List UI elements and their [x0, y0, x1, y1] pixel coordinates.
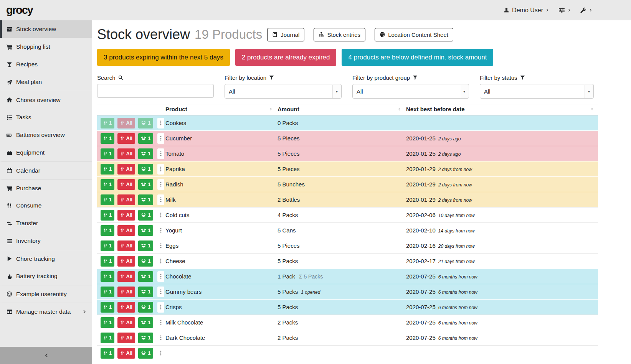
sidebar-item-recipes[interactable]: Recipes	[0, 56, 92, 73]
journal-button[interactable]: Journal	[267, 28, 304, 41]
product-group-filter-select[interactable]: All ▾	[352, 84, 469, 99]
consume-all-button[interactable]: All	[117, 317, 135, 328]
row-menu-button[interactable]	[157, 148, 164, 159]
row-menu-button[interactable]	[157, 317, 164, 328]
search-input[interactable]	[97, 84, 214, 98]
location-content-sheet-button[interactable]: Location Content Sheet	[375, 28, 453, 41]
open-one-button[interactable]: 1	[138, 240, 153, 251]
row-menu-button[interactable]	[157, 210, 164, 221]
row-menu-button[interactable]	[157, 133, 164, 144]
location-filter-select[interactable]: All ▾	[225, 84, 342, 99]
sidebar-item-equipment[interactable]: Equipment	[0, 144, 92, 161]
open-one-button[interactable]: 1	[138, 148, 153, 159]
consume-all-button[interactable]: All	[117, 271, 135, 282]
sidebar-item-tasks[interactable]: Tasks	[0, 109, 92, 126]
row-menu-button[interactable]	[157, 118, 164, 128]
consume-one-button[interactable]: 1	[101, 133, 114, 144]
consume-one-button[interactable]: 1	[101, 317, 114, 328]
open-one-button[interactable]: 1	[138, 194, 153, 205]
consume-all-button[interactable]: All	[117, 133, 135, 144]
row-menu-button[interactable]	[157, 225, 164, 236]
consume-all-button[interactable]: All	[117, 256, 135, 267]
expiring-products-alert[interactable]: 3 products expiring within the next 5 da…	[97, 49, 230, 66]
sidebar-item-consume[interactable]: Consume	[0, 197, 92, 214]
open-one-button[interactable]: 1	[138, 333, 153, 343]
row-menu-button[interactable]	[157, 256, 164, 267]
row-menu-button[interactable]	[157, 348, 164, 359]
consume-one-button[interactable]: 1	[101, 333, 114, 343]
stock-entries-button[interactable]: Stock entries	[314, 28, 365, 41]
row-menu-button[interactable]	[157, 271, 164, 282]
consume-one-button[interactable]: 1	[101, 179, 114, 190]
consume-one-button[interactable]: 1	[101, 302, 114, 313]
row-menu-button[interactable]	[157, 240, 164, 251]
open-one-button[interactable]: 1	[138, 133, 153, 144]
open-one-button[interactable]: 1	[138, 210, 153, 221]
below-min-stock-alert[interactable]: 4 products are below defined min. stock …	[342, 49, 493, 66]
sidebar-item-manage-master-data[interactable]: Manage master data	[0, 303, 92, 320]
row-menu-button[interactable]	[157, 287, 164, 297]
expired-products-alert[interactable]: 2 products are already expired	[235, 49, 337, 66]
consume-all-button[interactable]: All	[117, 333, 135, 343]
consume-one-button[interactable]: 1	[101, 256, 114, 267]
sidebar-item-chores-overview[interactable]: Chores overview	[0, 91, 92, 109]
consume-one-button[interactable]: 1	[101, 148, 114, 159]
open-one-button[interactable]: 1	[138, 164, 153, 175]
open-one-button[interactable]: 1	[138, 225, 153, 236]
sidebar-item-calendar[interactable]: Calendar	[0, 161, 92, 179]
consume-one-button[interactable]: 1	[101, 287, 114, 297]
user-menu[interactable]: Demo User	[504, 7, 549, 14]
sidebar-item-example-userentity[interactable]: Example userentity	[0, 285, 92, 303]
sidebar-collapse-button[interactable]	[0, 347, 92, 364]
grocy-logo[interactable]: grocy	[6, 4, 33, 16]
open-one-button[interactable]: 1	[138, 271, 153, 282]
open-one-button[interactable]: 1	[138, 348, 153, 359]
open-one-button[interactable]: 1	[138, 118, 153, 128]
consume-one-button[interactable]: 1	[101, 225, 114, 236]
status-filter-select[interactable]: All ▾	[480, 84, 594, 99]
amount-column-header[interactable]: Amount	[277, 104, 405, 115]
row-menu-button[interactable]	[157, 194, 164, 205]
sidebar-item-stock-overview[interactable]: Stock overview	[0, 20, 92, 38]
consume-all-button[interactable]: All	[117, 302, 135, 313]
consume-one-button[interactable]: 1	[101, 348, 114, 359]
sidebar-item-batteries-overview[interactable]: Batteries overview	[0, 126, 92, 144]
consume-one-button[interactable]: 1	[101, 164, 114, 175]
admin-tools-menu[interactable]	[580, 7, 593, 13]
consume-all-button[interactable]: All	[117, 210, 135, 221]
printer-icon	[380, 32, 385, 37]
row-menu-button[interactable]	[157, 333, 164, 343]
sidebar-item-chore-tracking[interactable]: Chore tracking	[0, 250, 92, 267]
row-menu-button[interactable]	[157, 164, 164, 175]
consume-all-button[interactable]: All	[117, 148, 135, 159]
open-one-button[interactable]: 1	[138, 256, 153, 267]
consume-all-button[interactable]: All	[117, 287, 135, 297]
sidebar-item-meal-plan[interactable]: Meal plan	[0, 73, 92, 91]
consume-one-button[interactable]: 1	[101, 240, 114, 251]
open-one-button[interactable]: 1	[138, 317, 153, 328]
sidebar-item-purchase[interactable]: Purchase	[0, 179, 92, 197]
quick-settings-menu[interactable]	[558, 7, 571, 13]
sidebar-item-battery-tracking[interactable]: Battery tracking	[0, 267, 92, 285]
row-menu-button[interactable]	[157, 302, 164, 313]
consume-all-button[interactable]: All	[117, 348, 135, 359]
sidebar-item-transfer[interactable]: Transfer	[0, 214, 92, 232]
consume-all-button[interactable]: All	[117, 194, 135, 205]
open-one-button[interactable]: 1	[138, 287, 153, 297]
consume-one-button[interactable]: 1	[101, 271, 114, 282]
open-one-button[interactable]: 1	[138, 302, 153, 313]
consume-all-button[interactable]: All	[117, 118, 135, 128]
consume-one-button[interactable]: 1	[101, 210, 114, 221]
open-one-button[interactable]: 1	[138, 179, 153, 190]
product-column-header[interactable]: Product	[165, 104, 277, 115]
consume-all-button[interactable]: All	[117, 164, 135, 175]
sidebar-item-inventory[interactable]: Inventory	[0, 232, 92, 250]
consume-one-button[interactable]: 1	[101, 118, 114, 128]
consume-all-button[interactable]: All	[117, 240, 135, 251]
sidebar-item-shopping-list[interactable]: Shopping list	[0, 38, 92, 56]
consume-all-button[interactable]: All	[117, 179, 135, 190]
consume-one-button[interactable]: 1	[101, 194, 114, 205]
row-menu-button[interactable]	[157, 179, 164, 190]
best-before-column-header[interactable]: Next best before date	[405, 104, 598, 115]
consume-all-button[interactable]: All	[117, 225, 135, 236]
